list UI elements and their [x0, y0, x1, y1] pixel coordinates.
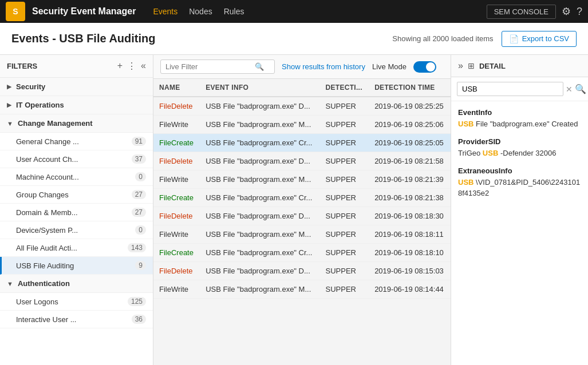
detail-field-providersid: ProviderSID TriGeo USB -Defender 32006	[458, 137, 581, 158]
grid-icon[interactable]: ⊞	[468, 61, 475, 70]
cell-event-info: USB File "badprogram.exe" M...	[200, 280, 319, 299]
cell-detection-time: 2019-06-19 08:21:38	[369, 189, 451, 207]
cell-detection-time: 2019-06-19 08:18:30	[369, 207, 451, 225]
sidebar-item-interactive-user[interactable]: Interactive User ... 36	[0, 311, 153, 328]
live-filter-container[interactable]: 🔍	[160, 59, 275, 74]
table-row[interactable]: FileWrite USB File "badprogram.exe" M...…	[153, 280, 451, 299]
cell-name: FileDelete	[153, 207, 200, 225]
live-mode-toggle[interactable]	[413, 61, 436, 73]
show-history-link[interactable]: Show results from history	[282, 62, 365, 71]
sidebar-item-usb-file-auditing[interactable]: USB File Auditing 9	[0, 257, 153, 275]
cell-detection-time: 2019-06-19 08:25:06	[369, 116, 451, 134]
showing-label: Showing all 2000 loaded items	[392, 34, 493, 43]
it-operations-section-title: IT Operations	[16, 101, 64, 109]
cell-detection: SUPPER	[320, 207, 369, 225]
table-row[interactable]: FileCreate USB File "badprogram.exe" Cr.…	[153, 134, 451, 152]
cell-detection-time: 2019-06-19 08:18:10	[369, 244, 451, 262]
clear-search-icon[interactable]: ✕	[566, 85, 573, 94]
more-options-icon[interactable]: ⋮	[127, 61, 136, 72]
cell-detection: SUPPER	[320, 244, 369, 262]
cell-detection: SUPPER	[320, 152, 369, 170]
cell-name: FileCreate	[153, 244, 200, 262]
cell-detection: SUPPER	[320, 97, 369, 116]
live-filter-input[interactable]	[165, 62, 251, 71]
sidebar-section-authentication[interactable]: ▼ Authentication	[0, 275, 153, 293]
cell-name: FileDelete	[153, 262, 200, 280]
nav-link-rules[interactable]: Rules	[224, 7, 244, 16]
cell-name: FileWrite	[153, 225, 200, 244]
expand-icon[interactable]: »	[458, 61, 463, 71]
detail-highlight-usb-2: USB	[483, 149, 498, 157]
cell-detection: SUPPER	[320, 116, 369, 134]
cell-event-info: USB File "badprogram.exe" M...	[200, 170, 319, 189]
events-table-container: NAME EVENT INFO DETECTI... DETECTION TIM…	[153, 79, 451, 365]
sidebar-item-domain-member[interactable]: Domain & Memb... 27	[0, 204, 153, 221]
sidebar-section-security[interactable]: ▶ Security	[0, 78, 153, 96]
cell-detection-time: 2019-06-19 08:21:39	[369, 170, 451, 189]
chevron-right-icon: ▶	[7, 83, 11, 90]
table-row[interactable]: FileWrite USB File "badprogram.exe" M...…	[153, 170, 451, 189]
table-row[interactable]: FileWrite USB File "badprogram.exe" M...…	[153, 225, 451, 244]
nav-right: SEM CONSOLE ⚙ ?	[487, 5, 582, 19]
table-header-row: NAME EVENT INFO DETECTI... DETECTION TIM…	[153, 79, 451, 97]
security-section-title: Security	[16, 82, 45, 91]
search-go-icon[interactable]: 🔍	[575, 84, 586, 94]
sidebar-item-user-account[interactable]: User Account Ch... 37	[0, 150, 153, 168]
detail-body: EventInfo USB File "badprogram.exe" Crea…	[451, 101, 588, 365]
add-filter-icon[interactable]: +	[117, 61, 123, 72]
sidebar-item-device-system[interactable]: Device/System P... 0	[0, 221, 153, 239]
chevron-down-icon: ▼	[7, 120, 13, 127]
gear-icon[interactable]: ⚙	[562, 5, 571, 18]
detail-title: DETAIL	[479, 62, 506, 70]
cell-event-info: USB File "badprogram.exe" Cr...	[200, 134, 319, 152]
detail-highlight-usb-1: USB	[458, 120, 473, 128]
help-icon[interactable]: ?	[577, 6, 582, 18]
table-row[interactable]: FileCreate USB File "badprogram.exe" Cr.…	[153, 189, 451, 207]
sidebar-title: FILTERS	[7, 62, 117, 70]
collapse-sidebar-icon[interactable]: «	[141, 61, 146, 72]
sidebar-section-change-management[interactable]: ▼ Change Management	[0, 114, 153, 133]
cell-name: FileWrite	[153, 170, 200, 189]
cell-event-info: USB File "badprogram.exe" M...	[200, 116, 319, 134]
chevron-down-icon: ▼	[7, 280, 13, 287]
page-title: Events - USB File Auditing	[11, 32, 392, 45]
table-row[interactable]: FileDelete USB File "badprogram.exe" D..…	[153, 207, 451, 225]
authentication-section-title: Authentication	[18, 279, 70, 288]
sidebar-item-user-logons[interactable]: User Logons 125	[0, 293, 153, 311]
authentication-items: User Logons 125 Interactive User ... 36	[0, 293, 153, 328]
detail-header: » ⊞ DETAIL	[451, 55, 588, 77]
app-logo: S	[6, 2, 25, 21]
sem-console-button[interactable]: SEM CONSOLE	[487, 5, 556, 19]
nav-link-nodes[interactable]: Nodes	[189, 7, 212, 16]
detail-field-eventinfo: EventInfo USB File "badprogram.exe" Crea…	[458, 108, 581, 129]
cell-event-info: USB File "badprogram.exe" Cr...	[200, 244, 319, 262]
cell-detection-time: 2019-06-19 08:21:58	[369, 152, 451, 170]
cell-name: FileWrite	[153, 280, 200, 299]
chevron-right-icon: ▶	[7, 101, 11, 109]
cell-detection: SUPPER	[320, 189, 369, 207]
cell-name: FileCreate	[153, 189, 200, 207]
cell-event-info: USB File "badprogram.exe" D...	[200, 152, 319, 170]
sidebar-item-general-change[interactable]: General Change ... 91	[0, 133, 153, 150]
cell-detection-time: 2019-06-19 08:25:25	[369, 97, 451, 116]
table-row[interactable]: FileDelete USB File "badprogram.exe" D..…	[153, 152, 451, 170]
cell-detection: SUPPER	[320, 280, 369, 299]
export-csv-button[interactable]: 📄 Export to CSV	[502, 31, 577, 47]
sidebar-item-machine-account[interactable]: Machine Account... 0	[0, 168, 153, 186]
table-row[interactable]: FileDelete USB File "badprogram.exe" D..…	[153, 97, 451, 116]
cell-name: FileDelete	[153, 97, 200, 116]
table-row[interactable]: FileDelete USB File "badprogram.exe" D..…	[153, 262, 451, 280]
sidebar-item-group-changes[interactable]: Group Changes 27	[0, 186, 153, 204]
nav-link-events[interactable]: Events	[153, 7, 177, 16]
table-row[interactable]: FileWrite USB File "badprogram.exe" M...…	[153, 116, 451, 134]
events-table: NAME EVENT INFO DETECTI... DETECTION TIM…	[153, 79, 451, 299]
content-area: 🔍 Show results from history Live Mode NA…	[153, 55, 451, 365]
detail-search-input[interactable]	[457, 82, 563, 96]
col-detection: DETECTI...	[320, 79, 369, 97]
col-name: NAME	[153, 79, 200, 97]
cell-detection-time: 2019-06-19 08:18:11	[369, 225, 451, 244]
sidebar-item-all-file-audit[interactable]: All File Audit Acti... 143	[0, 239, 153, 257]
sidebar-section-it-operations[interactable]: ▶ IT Operations	[0, 96, 153, 114]
cell-name: FileCreate	[153, 134, 200, 152]
table-row[interactable]: FileCreate USB File "badprogram.exe" Cr.…	[153, 244, 451, 262]
